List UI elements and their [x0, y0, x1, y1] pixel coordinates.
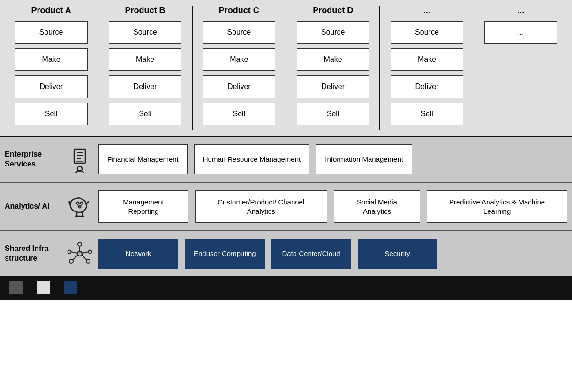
svg-point-25 [69, 259, 73, 263]
infra-box-3: Security [358, 239, 437, 269]
product-box-product-a-1: Make [15, 48, 88, 71]
product-header-product-e: ... [423, 6, 430, 15]
product-box-product-e-0: Source [391, 21, 463, 44]
product-box-product-c-1: Make [203, 48, 275, 71]
analytics-box-1: Customer/Product/ Channel Analytics [195, 190, 327, 223]
analytics-boxes: Management ReportingCustomer/Product/ Ch… [98, 190, 567, 223]
product-box-product-e-2: Deliver [391, 75, 463, 98]
product-box-product-c-2: Deliver [203, 75, 275, 98]
product-column-product-f: ...... [474, 6, 567, 130]
analytics-label: Analytics/ AI [5, 202, 61, 211]
svg-point-27 [86, 259, 90, 263]
product-header-product-a: Product A [31, 6, 71, 15]
product-box-product-d-2: Deliver [297, 75, 369, 98]
dot-1 [9, 281, 23, 294]
infra-box-2: Data Center/Cloud [271, 239, 351, 269]
dot-2 [37, 281, 50, 294]
product-box-product-d-1: Make [297, 48, 369, 71]
product-box-product-a-2: Deliver [15, 75, 88, 98]
product-column-product-e: ...SourceMakeDeliverSell [380, 6, 474, 130]
product-box-product-e-1: Make [391, 48, 463, 71]
product-column-product-c: Product CSourceMakeDeliverSell [193, 6, 286, 130]
analytics-row: Analytics/ AI [0, 183, 572, 231]
svg-point-31 [89, 250, 92, 254]
bottom-bar [0, 276, 572, 300]
product-box-product-b-3: Sell [109, 103, 181, 125]
product-box-product-e-3: Sell [391, 103, 463, 125]
enterprise-icon [61, 145, 98, 173]
product-column-product-d: Product DSourceMakeDeliverSell [286, 6, 380, 130]
product-header-product-f: ... [517, 6, 524, 15]
analytics-box-0: Management Reporting [98, 190, 188, 223]
product-box-product-c-0: Source [203, 21, 275, 44]
infra-box-0: Network [98, 239, 178, 269]
product-box-product-a-3: Sell [15, 103, 88, 125]
svg-point-29 [68, 250, 71, 254]
product-box-product-d-3: Sell [297, 103, 369, 125]
product-box-product-b-1: Make [109, 48, 181, 71]
product-header-product-c: Product C [219, 6, 259, 15]
analytics-box-3: Predictive Analytics & Machine Learning [427, 190, 567, 223]
enterprise-box-1: Human Resource Management [194, 144, 309, 174]
enterprise-box-0: Financial Management [98, 144, 188, 174]
svg-point-33 [78, 251, 81, 254]
infra-boxes: NetworkEnduser ComputingData Center/Clou… [98, 239, 567, 269]
svg-point-9 [77, 202, 79, 204]
enterprise-box-2: Information Management [316, 144, 412, 174]
product-box-product-d-0: Source [297, 21, 369, 44]
product-header-product-d: Product D [313, 6, 353, 15]
product-box-product-c-3: Sell [203, 103, 275, 125]
analytics-icon [61, 193, 98, 221]
middle-sections: Enterprise Services Financial Management… [0, 137, 572, 276]
product-column-product-a: Product ASourceMakeDeliverSell [5, 6, 98, 130]
infra-row: Shared Infra- structure [0, 231, 572, 276]
product-box-product-a-0: Source [15, 21, 88, 44]
product-header-product-b: Product B [125, 6, 165, 15]
product-box-product-b-2: Deliver [109, 75, 181, 98]
svg-line-30 [71, 252, 78, 253]
svg-line-28 [82, 255, 87, 260]
product-box-product-b-0: Source [109, 21, 181, 44]
infra-box-1: Enduser Computing [185, 239, 265, 269]
product-column-product-b: Product BSourceMakeDeliverSell [98, 6, 192, 130]
infra-icon [61, 240, 98, 268]
enterprise-row: Enterprise Services Financial Management… [0, 137, 572, 183]
products-section: Product ASourceMakeDeliverSellProduct BS… [0, 0, 572, 137]
enterprise-boxes: Financial ManagementHuman Resource Manag… [98, 144, 567, 174]
svg-point-23 [78, 242, 82, 246]
svg-line-26 [73, 255, 78, 260]
analytics-box-2: Social Media Analytics [334, 190, 420, 223]
svg-point-10 [81, 202, 83, 204]
enterprise-label: Enterprise Services [5, 150, 61, 169]
infra-label: Shared Infra- structure [5, 244, 61, 264]
dot-3 [64, 281, 77, 294]
svg-point-21 [87, 201, 89, 203]
svg-line-32 [82, 252, 89, 253]
svg-point-20 [68, 201, 70, 203]
product-box-product-f-0: ... [484, 21, 557, 44]
